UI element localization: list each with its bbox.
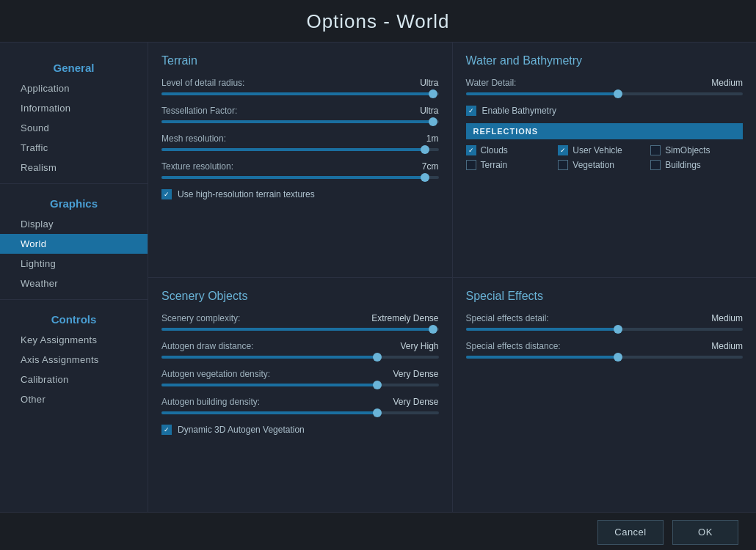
sidebar-item-traffic[interactable]: Traffic — [0, 138, 148, 158]
fx-detail-track[interactable] — [466, 328, 744, 331]
complexity-value: Extremely Dense — [371, 313, 438, 323]
texture-fill — [161, 176, 425, 179]
autogen-veg-track[interactable] — [161, 384, 439, 386]
refl-user-vehicle-label: User Vehicle — [573, 145, 622, 155]
refl-vegetation[interactable]: Vegetation — [558, 160, 650, 170]
fx-dist-label: Special effects distance: — [466, 341, 561, 351]
sidebar-item-other[interactable]: Other — [0, 389, 148, 409]
autogen-veg-value: Very Dense — [393, 369, 438, 379]
controls-section-title: Controls — [0, 306, 148, 330]
autogen-bldg-thumb[interactable] — [373, 408, 382, 417]
sidebar-item-realism[interactable]: Realism — [0, 158, 148, 177]
refl-buildings[interactable]: Buildings — [650, 160, 743, 170]
page-title: Options - World — [306, 10, 449, 32]
terrain-panel: Terrain Level of detail radius: Ultra Te… — [148, 43, 452, 277]
reflections-grid: Clouds User Vehicle SimObjects Terrain V… — [466, 145, 744, 170]
water-title: Water and Bathymetry — [466, 54, 744, 67]
hi-res-label: Use high-resolution terrain textures — [178, 189, 315, 199]
refl-simobjects[interactable]: SimObjects — [650, 145, 743, 155]
autogen-dist-track[interactable] — [161, 356, 439, 359]
sidebar: General Application Information Sound Tr… — [0, 43, 148, 512]
water-detail-value: Medium — [711, 78, 743, 88]
complexity-track[interactable] — [161, 328, 439, 331]
refl-terrain-checkbox[interactable] — [466, 160, 476, 170]
refl-vegetation-checkbox[interactable] — [558, 160, 568, 170]
dynamic-checkbox-row[interactable]: Dynamic 3D Autogen Vegetation — [161, 425, 439, 435]
refl-buildings-checkbox[interactable] — [650, 160, 661, 170]
sidebar-item-axis-assignments[interactable]: Axis Assignments — [0, 350, 148, 370]
autogen-dist-thumb[interactable] — [373, 353, 382, 362]
sidebar-item-sound[interactable]: Sound — [0, 118, 148, 138]
fx-dist-track[interactable] — [466, 356, 744, 359]
sidebar-item-lighting[interactable]: Lighting — [0, 254, 148, 274]
autogen-bldg-track[interactable] — [161, 411, 439, 414]
water-detail-slider-row: Water Detail: Medium — [466, 78, 744, 95]
water-detail-fill — [466, 92, 619, 95]
texture-track[interactable] — [161, 176, 439, 179]
sidebar-item-weather[interactable]: Weather — [0, 274, 148, 293]
tess-fill — [161, 120, 433, 123]
texture-value: 7cm — [422, 161, 439, 172]
tess-track[interactable] — [161, 120, 439, 123]
refl-terrain-label: Terrain — [481, 160, 508, 170]
tess-thumb[interactable] — [429, 117, 437, 126]
fx-dist-fill — [466, 356, 619, 359]
refl-buildings-label: Buildings — [665, 160, 701, 170]
complexity-thumb[interactable] — [429, 325, 437, 334]
texture-thumb[interactable] — [421, 173, 429, 182]
autogen-dist-label: Autogen draw distance: — [161, 341, 253, 351]
autogen-veg-thumb[interactable] — [373, 381, 382, 389]
fx-detail-thumb[interactable] — [614, 325, 622, 334]
bathymetry-checkbox[interactable] — [466, 106, 476, 116]
general-section-title: General — [0, 54, 148, 78]
lod-label: Level of detail radius: — [161, 78, 244, 88]
sidebar-item-display[interactable]: Display — [0, 214, 148, 234]
refl-user-vehicle-checkbox[interactable] — [558, 145, 568, 155]
fx-dist-thumb[interactable] — [614, 353, 622, 362]
title-bar: Options - World — [0, 0, 756, 43]
refl-user-vehicle[interactable]: User Vehicle — [558, 145, 650, 155]
lod-slider-row: Level of detail radius: Ultra — [161, 78, 439, 95]
lod-thumb[interactable] — [429, 89, 437, 98]
sidebar-item-world[interactable]: World — [0, 234, 148, 254]
hi-res-checkbox-row[interactable]: Use high-resolution terrain textures — [161, 189, 439, 199]
fx-dist-value: Medium — [711, 341, 743, 351]
fx-detail-fill — [466, 328, 619, 331]
refl-clouds-label: Clouds — [481, 145, 508, 155]
fx-detail-value: Medium — [711, 313, 743, 323]
lod-track[interactable] — [161, 92, 439, 95]
autogen-bldg-value: Very Dense — [393, 397, 438, 407]
sidebar-divider-1 — [0, 183, 148, 184]
autogen-veg-fill — [161, 384, 377, 386]
mesh-fill — [161, 148, 425, 151]
graphics-section-title: Graphics — [0, 190, 148, 214]
mesh-label: Mesh resolution: — [161, 133, 226, 144]
refl-terrain[interactable]: Terrain — [466, 160, 559, 170]
refl-clouds[interactable]: Clouds — [466, 145, 559, 155]
complexity-label: Scenery complexity: — [161, 313, 240, 323]
sidebar-item-information[interactable]: Information — [0, 98, 148, 118]
texture-slider-row: Texture resolution: 7cm — [161, 161, 439, 179]
autogen-dist-fill — [161, 356, 377, 359]
sidebar-item-key-assignments[interactable]: Key Assignments — [0, 330, 148, 350]
mesh-thumb[interactable] — [421, 145, 429, 154]
water-detail-thumb[interactable] — [614, 89, 622, 98]
bathymetry-checkbox-row[interactable]: Enable Bathymetry — [466, 106, 744, 116]
cancel-button[interactable]: Cancel — [597, 520, 664, 545]
hi-res-checkbox[interactable] — [161, 189, 172, 199]
autogen-bldg-label: Autogen building density: — [161, 397, 260, 407]
autogen-veg-slider-row: Autogen vegetation density: Very Dense — [161, 369, 439, 386]
complexity-fill — [161, 328, 433, 331]
texture-label: Texture resolution: — [161, 161, 233, 172]
mesh-track[interactable] — [161, 148, 439, 151]
autogen-bldg-slider-row: Autogen building density: Very Dense — [161, 397, 439, 414]
lod-fill — [161, 92, 433, 95]
water-detail-track[interactable] — [466, 92, 744, 95]
ok-button[interactable]: OK — [672, 520, 738, 545]
refl-clouds-checkbox[interactable] — [466, 145, 476, 155]
refl-simobjects-checkbox[interactable] — [650, 145, 661, 155]
sidebar-item-calibration[interactable]: Calibration — [0, 370, 148, 389]
fx-detail-label: Special effects detail: — [466, 313, 549, 323]
dynamic-checkbox[interactable] — [161, 425, 172, 435]
sidebar-item-application[interactable]: Application — [0, 78, 148, 98]
